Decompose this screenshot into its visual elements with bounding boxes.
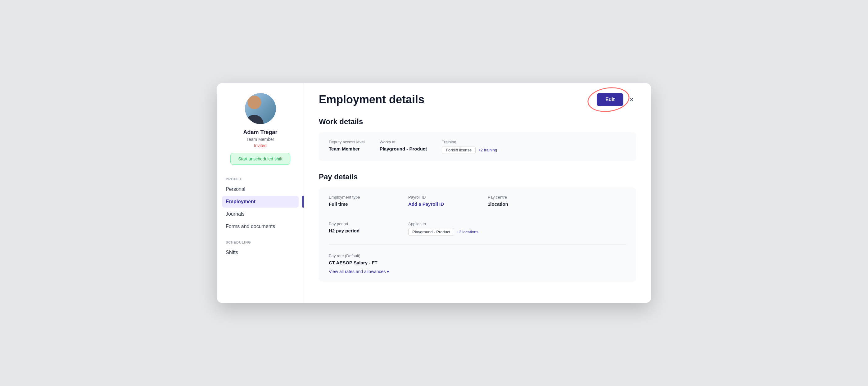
close-button[interactable]: × bbox=[627, 94, 636, 105]
user-role: Team Member bbox=[247, 137, 274, 142]
training-more[interactable]: +2 training bbox=[478, 148, 497, 152]
edit-button-wrapper: Edit bbox=[597, 93, 623, 106]
deputy-access-level-item: Deputy access level Team Member bbox=[329, 140, 365, 154]
pay-centre-value: 1location bbox=[488, 201, 537, 207]
pay-rate-item: Pay rate (Default) CT AESOP Salary - FT bbox=[329, 254, 377, 265]
profile-nav-section: PROFILE Personal Employment Journals For… bbox=[217, 175, 304, 233]
avatar bbox=[245, 93, 276, 124]
pay-rate-label: Pay rate (Default) bbox=[329, 254, 377, 258]
page-title: Employment details bbox=[319, 93, 424, 106]
pay-divider bbox=[329, 245, 626, 245]
start-shift-button[interactable]: Start unscheduled shift bbox=[230, 153, 290, 165]
training-item: Training Forklift license +2 training bbox=[442, 140, 497, 154]
training-tags: Forklift license +2 training bbox=[442, 146, 497, 154]
payroll-id-item: Payroll ID Add a Payroll ID bbox=[408, 195, 458, 207]
applies-to-tag: Playground - Product bbox=[408, 228, 454, 236]
training-tag: Forklift license bbox=[442, 146, 475, 154]
training-label: Training bbox=[442, 140, 497, 144]
employment-type-label: Employment type bbox=[329, 195, 378, 199]
pay-period-value: H2 pay period bbox=[329, 228, 378, 233]
payroll-id-label: Payroll ID bbox=[408, 195, 458, 199]
pay-rate-row: Pay rate (Default) CT AESOP Salary - FT bbox=[329, 254, 626, 265]
sidebar-item-employment[interactable]: Employment bbox=[222, 196, 299, 207]
pay-details-title: Pay details bbox=[319, 172, 636, 181]
pay-details-row: Employment type Full time Payroll ID Add… bbox=[329, 195, 626, 236]
sidebar-item-forms[interactable]: Forms and documents bbox=[222, 221, 299, 232]
user-status: Invited bbox=[254, 143, 267, 148]
page-header: Employment details Edit × bbox=[319, 93, 636, 106]
work-details-card: Deputy access level Team Member Works at… bbox=[319, 132, 636, 161]
employment-type-item: Employment type Full time bbox=[329, 195, 378, 207]
employment-details-modal: Adam Tregar Team Member Invited Start un… bbox=[217, 83, 651, 303]
payroll-id-value[interactable]: Add a Payroll ID bbox=[408, 201, 458, 207]
user-name: Adam Tregar bbox=[243, 129, 277, 136]
edit-button[interactable]: Edit bbox=[597, 93, 623, 106]
pay-period-label: Pay period bbox=[329, 222, 378, 226]
pay-details-card: Employment type Full time Payroll ID Add… bbox=[319, 187, 636, 282]
pay-centre-item: Pay centre 1location bbox=[488, 195, 537, 207]
profile-section-label: PROFILE bbox=[222, 177, 299, 181]
chevron-down-icon: ▾ bbox=[387, 269, 389, 274]
sidebar-item-journals[interactable]: Journals bbox=[222, 208, 299, 220]
employment-type-value: Full time bbox=[329, 201, 378, 207]
work-details-title: Work details bbox=[319, 117, 636, 126]
pay-rate-value: CT AESOP Salary - FT bbox=[329, 260, 377, 265]
main-content: Employment details Edit × Work details D… bbox=[304, 83, 651, 303]
header-actions: Edit × bbox=[597, 93, 636, 106]
pay-centre-label: Pay centre bbox=[488, 195, 537, 199]
view-rates-link[interactable]: View all rates and allowances ▾ bbox=[329, 269, 389, 274]
works-at-label: Works at bbox=[380, 140, 427, 144]
deputy-access-level-value: Team Member bbox=[329, 146, 365, 152]
applies-to-label: Applies to bbox=[408, 222, 478, 226]
applies-to-more[interactable]: +3 locations bbox=[457, 230, 478, 234]
sidebar-item-personal[interactable]: Personal bbox=[222, 183, 299, 195]
deputy-access-level-label: Deputy access level bbox=[329, 140, 365, 144]
applies-to-tags: Playground - Product +3 locations bbox=[408, 228, 478, 236]
work-details-row: Deputy access level Team Member Works at… bbox=[329, 140, 626, 154]
scheduling-nav-section: SCHEDULING Shifts bbox=[217, 238, 304, 259]
applies-to-item: Applies to Playground - Product +3 locat… bbox=[408, 222, 478, 236]
works-at-item: Works at Playground - Product bbox=[380, 140, 427, 154]
sidebar-item-shifts[interactable]: Shifts bbox=[222, 247, 299, 258]
work-details-section: Work details Deputy access level Team Me… bbox=[319, 117, 636, 161]
pay-details-section: Pay details Employment type Full time Pa… bbox=[319, 172, 636, 282]
sidebar: Adam Tregar Team Member Invited Start un… bbox=[217, 83, 304, 303]
pay-period-item: Pay period H2 pay period bbox=[329, 222, 378, 236]
scheduling-section-label: SCHEDULING bbox=[222, 240, 299, 244]
works-at-value: Playground - Product bbox=[380, 146, 427, 152]
